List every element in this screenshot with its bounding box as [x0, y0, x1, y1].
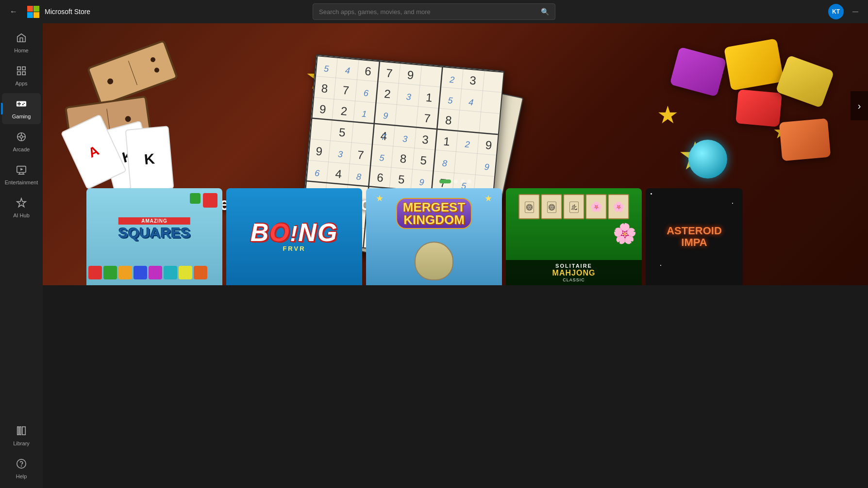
library-icon — [16, 425, 27, 439]
svg-text:3: 3 — [406, 92, 412, 102]
svg-text:3: 3 — [421, 133, 429, 146]
svg-rect-3 — [33, 12, 39, 18]
svg-text:6: 6 — [376, 171, 384, 184]
sidebar-item-home[interactable]: Home — [2, 27, 41, 58]
svg-text:1: 1 — [362, 109, 367, 119]
indicator-dot-3[interactable] — [461, 179, 465, 183]
svg-rect-1 — [33, 6, 39, 12]
svg-text:8: 8 — [356, 172, 362, 182]
sidebar-item-arcade[interactable]: Arcade — [2, 126, 41, 157]
gaming-icon — [16, 98, 27, 112]
hero-banner: ★ ★ ★ ★ ★ K K A — [43, 23, 868, 285]
sidebar-item-help-label: Help — [16, 473, 27, 479]
svg-text:2: 2 — [384, 87, 391, 100]
card-k2: K — [125, 126, 174, 192]
indicator-dot-2[interactable] — [454, 179, 458, 183]
svg-text:9: 9 — [316, 145, 323, 158]
svg-text:4: 4 — [468, 98, 474, 108]
sidebar-item-gaming-label: Gaming — [12, 114, 31, 119]
svg-text:6: 6 — [363, 88, 369, 98]
svg-rect-7 — [22, 71, 25, 74]
games-row: AMAZING SQUARES — [86, 188, 747, 285]
sidebar-item-library[interactable]: Library — [2, 420, 41, 451]
svg-text:8: 8 — [442, 158, 448, 168]
sidebar-item-library-label: Library — [13, 440, 30, 446]
svg-text:9: 9 — [319, 102, 327, 116]
sidebar-item-gaming[interactable]: Gaming — [2, 93, 41, 124]
svg-text:3: 3 — [402, 134, 408, 144]
svg-rect-0 — [27, 6, 33, 12]
svg-text:7: 7 — [423, 112, 431, 125]
game-thumb-asteroid-impact[interactable]: ASTEROIDIMPA — [646, 188, 743, 285]
sidebar-item-apps-label: Apps — [15, 81, 27, 86]
sidebar-item-aihub-label: AI Hub — [13, 212, 30, 218]
svg-point-19 — [21, 466, 22, 466]
svg-text:5: 5 — [420, 153, 428, 167]
svg-rect-2 — [27, 12, 33, 18]
user-avatar[interactable]: KT — [828, 4, 844, 19]
svg-point-18 — [17, 459, 26, 468]
game-thumb-amazing-squares[interactable]: AMAZING SQUARES — [86, 188, 222, 285]
gem-gold — [724, 38, 784, 91]
svg-text:9: 9 — [484, 162, 490, 172]
svg-text:3: 3 — [337, 149, 343, 160]
svg-text:9: 9 — [485, 138, 493, 152]
svg-rect-6 — [17, 71, 20, 74]
app-title: Microsoft Store — [45, 8, 90, 16]
sidebar-item-aihub[interactable]: AI Hub — [2, 192, 41, 223]
microsoft-store-logo — [26, 5, 40, 18]
indicator-dot-1[interactable] — [439, 179, 451, 183]
titlebar: ← Microsoft Store 🔍 KT — — [0, 0, 868, 23]
svg-text:4: 4 — [345, 65, 351, 76]
sidebar-item-entertainment[interactable]: Entertainment — [2, 159, 41, 190]
svg-text:6: 6 — [364, 65, 372, 78]
svg-text:5: 5 — [338, 126, 346, 139]
svg-text:1: 1 — [425, 91, 433, 104]
svg-text:2: 2 — [449, 75, 455, 85]
scroll-right-button[interactable]: › — [851, 91, 868, 120]
svg-text:7: 7 — [385, 66, 393, 80]
sidebar: Home Apps Gaming — [0, 23, 43, 488]
help-icon — [16, 458, 27, 472]
svg-rect-17 — [22, 426, 25, 435]
svg-text:9: 9 — [419, 177, 425, 187]
game-thumb-boing-frvr[interactable]: BO!NG FRVR — [226, 188, 362, 285]
svg-point-9 — [20, 135, 23, 138]
svg-rect-4 — [17, 66, 20, 69]
svg-text:5: 5 — [323, 64, 330, 74]
gem-cyan — [688, 140, 727, 179]
svg-text:8: 8 — [321, 81, 329, 95]
back-button[interactable]: ← — [6, 4, 21, 19]
game-thumb-solitaire-mahjong[interactable]: 🀙 🀙 🀃 🌸 🌸 SOLITAIRE MAHJONG CLASSIC — [506, 188, 642, 285]
aihub-icon — [16, 197, 27, 211]
svg-text:9: 9 — [383, 111, 388, 121]
svg-text:5: 5 — [398, 173, 405, 186]
svg-text:1: 1 — [443, 134, 451, 148]
svg-text:8: 8 — [400, 152, 407, 165]
star-small-left: ★ — [657, 101, 679, 129]
svg-text:2: 2 — [340, 104, 348, 118]
apps-icon — [16, 65, 27, 79]
search-input[interactable] — [319, 8, 537, 16]
svg-text:7: 7 — [342, 83, 350, 97]
search-bar: 🔍 — [313, 3, 555, 20]
sidebar-item-entertainment-label: Entertainment — [5, 179, 38, 185]
svg-marker-14 — [20, 168, 23, 171]
indicator-dot-4[interactable] — [467, 179, 471, 183]
svg-text:4: 4 — [335, 167, 343, 180]
svg-text:9: 9 — [407, 68, 415, 81]
svg-text:5: 5 — [448, 96, 454, 106]
search-icon[interactable]: 🔍 — [541, 8, 549, 16]
svg-rect-5 — [22, 66, 25, 69]
sidebar-item-apps[interactable]: Apps — [2, 60, 41, 91]
gem-purple — [669, 47, 726, 97]
sidebar-item-help[interactable]: Help — [2, 453, 41, 484]
minimize-button[interactable]: — — [849, 6, 862, 17]
svg-rect-16 — [19, 426, 21, 435]
gem-red — [735, 89, 782, 127]
svg-text:2: 2 — [464, 139, 470, 149]
svg-text:6: 6 — [315, 168, 321, 179]
svg-text:8: 8 — [445, 114, 452, 127]
sidebar-item-home-label: Home — [14, 48, 28, 53]
game-thumb-mergest-kingdom[interactable]: MERGESTKINGDOM ★ ★ — [366, 188, 502, 285]
